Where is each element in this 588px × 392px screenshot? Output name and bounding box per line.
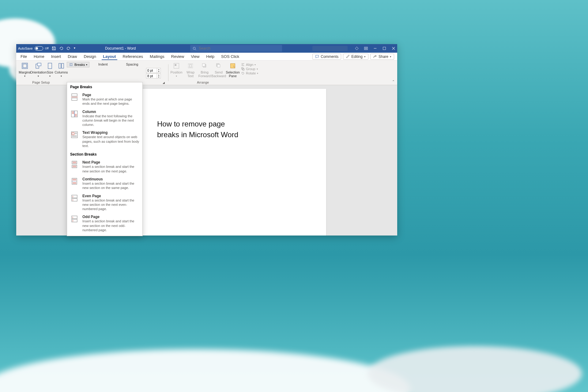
continuous-icon (70, 177, 79, 186)
tab-references[interactable]: References (122, 53, 144, 60)
spinner-arrows-icon[interactable]: ▲▼ (157, 74, 160, 78)
spacing-after-spinner[interactable]: ▲▼ (146, 74, 161, 78)
rotate-icon (241, 71, 245, 75)
svg-rect-3 (365, 48, 367, 49)
break-even-page-item[interactable]: 24 Even PageInsert a section break and s… (67, 192, 142, 213)
dropdown-section-header: Section Breaks (67, 150, 142, 158)
collapse-ribbon-icon[interactable]: ⌃ (392, 80, 395, 84)
maximize-icon[interactable] (383, 47, 386, 50)
tab-home[interactable]: Home (32, 53, 46, 60)
bring-forward-icon (201, 62, 209, 70)
spacing-after-input[interactable] (146, 74, 157, 78)
tab-mailings[interactable]: Mailings (149, 53, 166, 60)
tab-view[interactable]: View (190, 53, 201, 60)
tab-review[interactable]: Review (170, 53, 186, 60)
position-button: Position▾ (169, 62, 183, 78)
wrap-icon (187, 62, 194, 70)
svg-rect-28 (72, 133, 74, 135)
breaks-icon (69, 63, 73, 66)
break-odd-page-item[interactable]: 13 Odd PageInsert a section break and st… (67, 213, 142, 234)
tab-sos-click[interactable]: SOS Click (220, 53, 240, 60)
redo-icon[interactable] (66, 46, 71, 51)
columns-button[interactable]: Columns▾ (55, 62, 68, 77)
search-icon (193, 47, 196, 51)
save-icon[interactable] (52, 46, 56, 51)
ribbon-tabs: File Home Insert Draw Design Layout Refe… (16, 53, 397, 61)
spacing-before-spinner[interactable]: ▲▼ (146, 68, 161, 73)
break-continuous-item[interactable]: ContinuousInsert a section break and sta… (67, 175, 142, 192)
break-column-item[interactable]: ColumnIndicate that the text following t… (67, 108, 142, 129)
bring-forward-button: Bring Forward (198, 62, 212, 78)
arrange-group: Position▾ Wrap Text Bring Forward Send B… (169, 62, 259, 78)
size-icon (46, 62, 54, 70)
orientation-icon (34, 62, 42, 70)
tab-design[interactable]: Design (83, 53, 97, 60)
group-label: Arrange (197, 81, 209, 84)
spacing-before-input[interactable] (146, 68, 157, 73)
background-cloud (0, 349, 410, 392)
group-label: Page Setup (19, 81, 63, 84)
svg-rect-11 (59, 63, 61, 68)
breaks-dropdown: Page Breaks PageMark the point at which … (67, 82, 143, 236)
document-text-line: How to remove page (157, 120, 225, 128)
indent-label: Indent (98, 62, 108, 66)
break-text-wrapping-item[interactable]: Text WrappingSeparate text around object… (67, 129, 142, 150)
svg-rect-29 (72, 161, 77, 164)
svg-text:1: 1 (72, 217, 74, 218)
spacing-label: Spacing (126, 62, 138, 66)
paragraph-labels: Indent Spacing (98, 62, 138, 66)
group-button: Group ▾ (240, 67, 259, 71)
share-button[interactable]: Share ▾ (370, 54, 394, 60)
autosave-toggle[interactable]: AutoSave Off (18, 46, 49, 51)
chevron-down-icon: ▾ (390, 55, 391, 58)
tab-draw[interactable]: Draw (66, 53, 78, 60)
break-next-page-item[interactable]: Next PageInsert a section break and star… (67, 158, 142, 175)
svg-line-1 (195, 49, 196, 50)
svg-rect-17 (202, 64, 205, 66)
svg-rect-15 (189, 65, 191, 67)
comment-icon (315, 55, 319, 58)
document-content[interactable]: How to remove page breaks in Microsoft W… (157, 119, 255, 140)
rotate-button: Rotate ▾ (240, 71, 259, 75)
ribbon-display-icon[interactable] (364, 47, 368, 50)
spacing-spinners: ▲▼ ▲▼ (146, 68, 161, 78)
breaks-button[interactable]: Breaks ▾ (67, 62, 89, 67)
group-icon (241, 67, 245, 71)
size-button[interactable]: Size▾ (46, 62, 54, 77)
break-page-item[interactable]: PageMark the point at which one page end… (67, 91, 142, 108)
spinner-arrows-icon[interactable]: ▲▼ (157, 68, 160, 73)
share-icon (373, 55, 377, 58)
svg-text:3: 3 (72, 220, 74, 222)
tab-help[interactable]: Help (205, 53, 216, 60)
search-box[interactable] (190, 45, 282, 52)
titlebar: AutoSave Off ▾ Document1 - Word (16, 44, 397, 53)
odd-page-icon: 13 (70, 215, 79, 223)
qat-customize-icon[interactable]: ▾ (74, 46, 78, 51)
editing-mode-button[interactable]: Editing ▾ (343, 54, 368, 60)
dropdown-section-header: Page Breaks (67, 82, 142, 91)
close-icon[interactable] (392, 47, 395, 50)
chevron-down-icon: ▾ (86, 63, 87, 66)
undo-icon[interactable] (59, 46, 63, 51)
svg-rect-2 (364, 47, 368, 50)
tab-insert[interactable]: Insert (50, 53, 62, 60)
background-cloud (368, 346, 582, 392)
search-input[interactable] (199, 46, 280, 51)
dialog-launcher-icon[interactable]: ◢ (163, 81, 165, 84)
tab-file[interactable]: File (19, 53, 28, 60)
svg-rect-9 (37, 63, 41, 66)
svg-rect-5 (383, 47, 386, 50)
orientation-button[interactable]: Orientation▾ (31, 62, 45, 77)
margins-icon (21, 62, 29, 70)
page-break-icon (70, 93, 79, 101)
window-controls (312, 46, 395, 51)
minimize-icon[interactable] (373, 47, 377, 50)
selection-pane-button[interactable]: Selection Pane (226, 62, 240, 78)
diamond-icon[interactable] (355, 47, 359, 50)
tab-layout[interactable]: Layout (102, 53, 117, 60)
comments-button[interactable]: Comments (312, 54, 341, 60)
svg-rect-19 (217, 64, 220, 67)
account-area[interactable] (312, 46, 348, 51)
margins-button[interactable]: Margins▾ (19, 62, 31, 77)
align-button: Align ▾ (240, 62, 259, 67)
